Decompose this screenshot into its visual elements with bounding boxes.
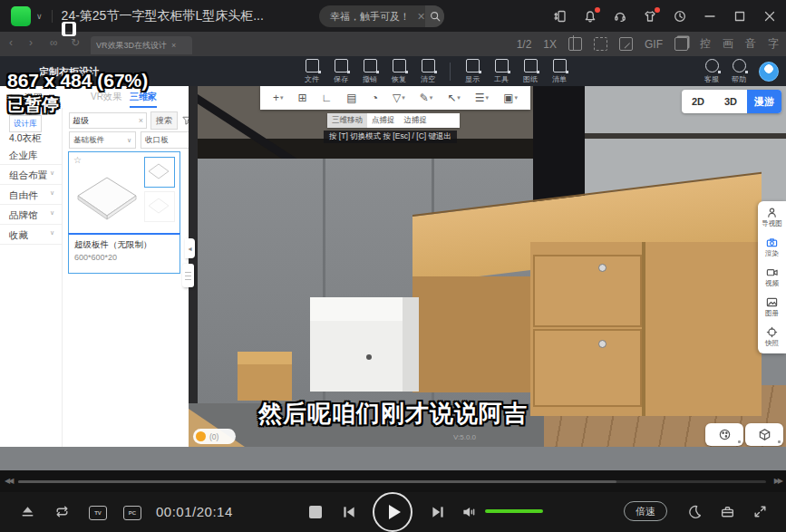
skin-theme-icon[interactable] [643,9,657,24]
cast-pc-button[interactable]: PC [123,506,141,520]
toolbar-list[interactable]: 清单 [552,59,567,84]
sidebar-item-favorites[interactable]: 收藏 [9,229,28,242]
quickbar-page[interactable]: 1/2 [517,38,532,51]
picture-settings-button[interactable]: 画 [723,36,733,52]
sidebar-item-brands[interactable]: 品牌馆 [9,209,38,222]
viewport-3d[interactable]: +▾ ⊞ ∟ ▤ ◔ ▽▾ ✎▾ ↖▾ ☰▾ ▣▾ 三维移动 点捕捉 边捕捉 按… [189,86,786,447]
cabinet-tool[interactable]: ⊞ [298,92,307,104]
toolbar-tools[interactable]: 工具 [494,59,509,84]
play-button[interactable] [373,492,412,532]
toolbar-save[interactable]: 保存 [334,59,348,84]
playback-speed-button[interactable]: 倍速 [624,501,667,521]
player-logo-icon[interactable] [11,6,31,26]
toolbox-button[interactable] [720,504,735,519]
toolbar-file[interactable]: 文件 [305,59,319,84]
pen-tool[interactable]: ✎▾ [420,92,433,104]
mode-3d-move[interactable]: 三维移动 [327,113,367,128]
variant-thumbnail[interactable] [144,191,175,222]
search-box[interactable]: 幸福，触手可及！ ✕ [319,5,444,27]
volume-slider[interactable] [485,509,543,513]
screenshot-icon[interactable] [568,37,582,51]
search-button[interactable] [425,5,444,27]
display-tool[interactable]: ▣▾ [503,92,518,104]
favorite-star-icon[interactable]: ☆ [73,155,82,165]
render-tool[interactable]: 渲染 [758,237,786,258]
sidebar-item-design-lib[interactable]: 设计库 [9,115,42,132]
product-card[interactable]: ☆ [68,151,180,235]
sidebar-item-combos[interactable]: 组合布置 [9,169,47,182]
toolbar-display[interactable]: 显示 [465,59,480,84]
view-roam-button[interactable]: 漫游 [747,90,781,113]
seek-bar[interactable] [18,480,766,483]
history-clock-icon[interactable] [673,9,687,24]
subtitle-settings-button[interactable]: 字 [768,36,779,52]
region-capture-icon[interactable] [594,37,607,51]
rotate-tool[interactable]: ◔ [372,92,378,104]
audio-settings-button[interactable]: 音 [745,36,756,52]
toolbar-clear[interactable]: 清空 [421,59,435,84]
minimize-button[interactable] [703,9,717,24]
gif-button[interactable]: GIF [645,38,663,51]
tab-vr-effect[interactable]: VR效果 [91,91,121,103]
video-display[interactable]: ‹ › ∞ ↻ VR效果3D在线设计 × 1/2 1X GIF 控 画 音 字 … [0,32,786,470]
next-button[interactable] [430,504,446,520]
rewind-icon[interactable]: ◀◀ [5,477,12,485]
open-file-button[interactable] [20,504,35,519]
clear-icon[interactable]: × [139,116,143,125]
view-2d-button[interactable]: 2D [682,96,714,107]
adjust-tool[interactable]: ☰▾ [475,92,489,104]
paint-bucket-tool[interactable]: ▤ [346,92,356,104]
search-hint-text[interactable]: 幸福，触手可及！ [319,10,410,24]
loop-mode-button[interactable] [54,504,70,519]
filter-dropdown-board[interactable]: 基础板件∨ [69,131,136,149]
quickbar-zoom[interactable]: 1X [543,38,557,51]
avatar[interactable] [759,62,779,82]
measure-tool[interactable]: ∟ [322,92,333,104]
toolbar-drawings[interactable]: 图纸 [523,59,538,84]
video-tool[interactable]: 视频 [758,266,786,288]
cube-icon [758,428,771,441]
view-3d-button[interactable]: 3D [714,96,747,107]
sidebar-item-free-parts[interactable]: 自由件 [9,189,38,202]
toolbar-redo[interactable]: 恢复 [392,59,406,84]
player-controls: TV PC 00:01/20:14 倍速 [0,492,786,532]
toolbar-undo[interactable]: 撤销 [363,59,377,84]
message-counter[interactable]: (0) [193,429,236,444]
cast-tv-button[interactable]: TV [89,506,107,520]
layers-icon[interactable] [674,37,688,51]
cast-to-phone-icon[interactable] [553,9,568,24]
sidebar-item-40-wardrobe[interactable]: 4.0衣柜 [9,132,42,145]
snapshot-tool[interactable]: 快照 [758,326,786,348]
crop-icon[interactable] [619,37,633,51]
library-search-input[interactable]: 超级 × [69,112,147,129]
variant-thumbnail-selected[interactable] [144,157,175,188]
panel-drag-handle[interactable] [182,264,194,287]
toolbar-help[interactable]: 帮助 [732,59,746,84]
headset-icon[interactable] [613,9,627,24]
volume-button[interactable] [461,504,477,520]
night-mode-button[interactable] [687,504,703,519]
close-button[interactable] [762,9,777,24]
chevron-down-icon[interactable]: ∨ [36,12,43,21]
mode-point-snap[interactable]: 点捕捉 [367,113,400,128]
library-search-button[interactable]: 搜索 [150,111,178,130]
search-clear-icon[interactable]: ✕ [417,11,425,23]
control-panel-button[interactable]: 控 [700,36,711,52]
maximize-button[interactable] [733,9,747,24]
album-tool[interactable]: 图册 [758,296,786,318]
chevron-down-icon: ∨ [50,229,54,237]
previous-button[interactable] [341,504,357,520]
mode-edge-snap[interactable]: 边捕捉 [400,113,432,128]
forward-icon[interactable]: ▶▶ [774,477,781,485]
tab-3vjia[interactable]: 三维家 [130,91,157,108]
sidebar-item-enterprise-lib[interactable]: 企业库 [9,150,38,162]
guide-view-tool[interactable]: 导视图 [758,207,786,228]
filter-tool[interactable]: ▽▾ [393,92,405,104]
select-tool[interactable]: ↖▾ [447,92,461,104]
stop-button[interactable] [309,506,322,518]
move-tool[interactable]: +▾ [273,92,284,104]
fullscreen-button[interactable] [752,504,768,519]
notification-bell-icon[interactable] [583,9,597,24]
toolbar-support[interactable]: 客服 [704,59,719,84]
panel-collapse-arrow[interactable]: ◂ [185,238,195,258]
